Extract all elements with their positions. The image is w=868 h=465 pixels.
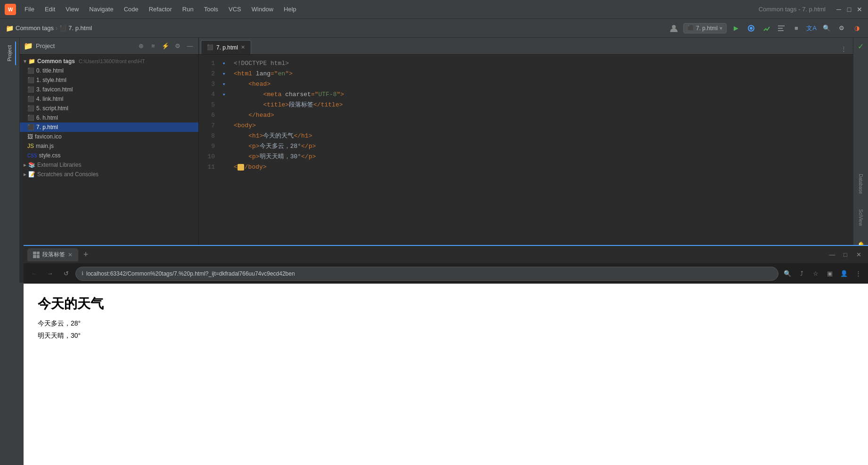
profile-button[interactable] bbox=[776, 23, 787, 34]
menu-vcs[interactable]: VCS bbox=[224, 4, 246, 15]
settings-gear-button[interactable]: ⚙ bbox=[173, 41, 182, 51]
coverage-button[interactable] bbox=[761, 23, 772, 34]
menu-tools[interactable]: Tools bbox=[199, 4, 223, 15]
html-file-icon: ⬛ bbox=[27, 96, 34, 102]
tree-item-6-h[interactable]: ⬛ 6. h.html bbox=[20, 113, 198, 122]
expand-settings-button[interactable]: ⚡ bbox=[161, 41, 170, 51]
root-folder-name: Common tags bbox=[37, 58, 75, 65]
minimize-button[interactable]: ─ bbox=[835, 6, 843, 13]
tab-close-button[interactable]: ✕ bbox=[241, 44, 245, 50]
browser-maximize-button[interactable]: □ bbox=[840, 249, 851, 261]
url-bar[interactable]: ℹ localhost:63342/Common%20tags/7.%20p.h… bbox=[75, 267, 778, 281]
html-file-icon: ⬛ bbox=[27, 105, 34, 112]
maximize-button[interactable]: □ bbox=[845, 6, 853, 13]
folder-icon: 📁 bbox=[6, 24, 14, 32]
browser-tab-label: 段落标签 bbox=[42, 251, 65, 259]
file-name: 7. p.html bbox=[36, 124, 58, 131]
reload-button[interactable]: ↺ bbox=[59, 267, 73, 280]
tree-item-1-style[interactable]: ⬛ 1. style.html bbox=[20, 75, 198, 85]
js-file-icon: JS bbox=[27, 143, 34, 149]
page-paragraph-2: 明天天晴，30° bbox=[38, 332, 854, 340]
browser-content: 今天的天气 今天多云，28° 明天天晴，30° bbox=[24, 284, 868, 465]
menu-navigate[interactable]: Navigate bbox=[84, 4, 118, 15]
tree-external-libraries[interactable]: ▸ 📚 External Libraries bbox=[20, 160, 198, 170]
breadcrumb-file[interactable]: 7. p.html bbox=[68, 24, 92, 32]
layout-button[interactable]: ▣ bbox=[824, 268, 836, 280]
sidebar-tab-project[interactable]: Project bbox=[4, 41, 16, 65]
more-nav-button[interactable]: ⋮ bbox=[852, 268, 864, 280]
color-scheme-button[interactable]: ◑ bbox=[851, 23, 862, 34]
menu-code[interactable]: Code bbox=[119, 4, 143, 15]
debug-button[interactable] bbox=[745, 23, 757, 34]
menu-run[interactable]: Run bbox=[178, 4, 198, 15]
tree-item-style-css[interactable]: CSS style.css bbox=[20, 151, 198, 160]
run-button[interactable]: ▶ bbox=[730, 23, 742, 34]
file-panel-header: 📁 Project ⊕ ≡ ⚡ ⚙ — bbox=[20, 38, 198, 55]
chevron-right-icon: ▸ bbox=[24, 171, 26, 178]
breadcrumb: 📁 Common tags › ⬛ 7. p.html bbox=[6, 24, 92, 32]
browser-close-button[interactable]: ✕ bbox=[853, 249, 864, 261]
code-editor[interactable]: <!DOCTYPE html> <html lang="en"> <head> … bbox=[230, 58, 853, 172]
forward-button[interactable]: → bbox=[43, 267, 57, 280]
add-file-button[interactable]: ⊕ bbox=[136, 41, 146, 51]
sciview-label[interactable]: SciView bbox=[858, 206, 863, 228]
menu-help[interactable]: Help bbox=[279, 4, 301, 15]
svg-text:W: W bbox=[8, 7, 13, 12]
grid-cell-4 bbox=[37, 255, 40, 258]
sidebar-strip: Project bbox=[0, 38, 20, 283]
fold-gutter: ▾ ▾ ▾ ▾ bbox=[222, 58, 230, 172]
menu-refactor[interactable]: Refactor bbox=[144, 4, 177, 15]
new-tab-button[interactable]: + bbox=[80, 249, 91, 261]
search-button[interactable]: 🔍 bbox=[821, 23, 832, 34]
page-paragraph-1: 今天多云，28° bbox=[38, 319, 854, 328]
menu-edit[interactable]: Edit bbox=[40, 4, 60, 15]
grid-cell-1 bbox=[33, 252, 36, 255]
external-libraries-label: External Libraries bbox=[37, 162, 81, 168]
share-button[interactable]: ⤴ bbox=[795, 268, 808, 280]
back-button[interactable]: ← bbox=[27, 267, 41, 280]
browser-tab-active[interactable]: 段落标签 ✕ bbox=[27, 248, 78, 261]
settings-button[interactable]: ⚙ bbox=[836, 23, 847, 34]
menu-window[interactable]: Window bbox=[247, 4, 278, 15]
database-label[interactable]: Database bbox=[858, 171, 863, 197]
code-container: 1 2 3 4 5 6 7 8 9 10 11 bbox=[199, 55, 853, 176]
run-config-selector[interactable]: ⬛ 7. p.html ▾ bbox=[683, 23, 727, 33]
scratches-label: Scratches and Consoles bbox=[37, 171, 98, 178]
tree-item-0-title[interactable]: ⬛ 0. title.html bbox=[20, 66, 198, 75]
search-page-button[interactable]: 🔍 bbox=[781, 268, 794, 280]
bookmark-button[interactable]: ☆ bbox=[810, 268, 822, 280]
menu-view[interactable]: View bbox=[61, 4, 83, 15]
stop-button[interactable]: ■ bbox=[791, 23, 802, 34]
grid-cell-2 bbox=[37, 252, 40, 255]
secure-icon: ℹ bbox=[82, 270, 83, 277]
translate-button[interactable]: 文A bbox=[806, 23, 817, 34]
run-config-chevron: ▾ bbox=[720, 25, 722, 32]
tree-item-5-script[interactable]: ⬛ 5. script.html bbox=[20, 104, 198, 113]
account-button[interactable] bbox=[668, 23, 680, 34]
browser-tab-close[interactable]: ✕ bbox=[68, 252, 73, 258]
svg-point-2 bbox=[672, 25, 676, 29]
more-tabs-button[interactable]: ⋮ bbox=[838, 43, 849, 54]
svg-rect-6 bbox=[778, 28, 783, 29]
tree-root-folder[interactable]: ▾ 📁 Common tags C:\Users\13600\front end… bbox=[20, 57, 198, 66]
run-config-label: 7. p.html bbox=[696, 25, 718, 32]
breadcrumb-separator: › bbox=[56, 24, 57, 32]
browser-minimize-button[interactable]: — bbox=[827, 249, 838, 261]
tree-item-3-favicon[interactable]: ⬛ 3. favicon.html bbox=[20, 85, 198, 94]
tree-scratches-consoles[interactable]: ▸ 📝 Scratches and Consoles bbox=[20, 170, 198, 179]
tree-item-favicon-ico[interactable]: 🖼 favicon.ico bbox=[20, 132, 198, 141]
page-heading: 今天的天气 bbox=[38, 295, 854, 313]
tree-item-4-link[interactable]: ⬛ 4. link.html bbox=[20, 94, 198, 104]
breadcrumb-project[interactable]: Common tags bbox=[16, 24, 54, 32]
hide-panel-button[interactable]: — bbox=[185, 41, 195, 51]
browser-nav-right: 🔍 ⤴ ☆ ▣ 👤 ⋮ bbox=[781, 268, 864, 280]
browser-tab-bar: 段落标签 ✕ + — □ ✕ bbox=[24, 246, 868, 264]
menu-file[interactable]: File bbox=[20, 4, 39, 15]
editor-tab-p-html[interactable]: ⬛ 7. p.html ✕ bbox=[201, 40, 251, 54]
tree-item-7-p[interactable]: ⬛ 7. p.html bbox=[20, 122, 198, 132]
tree-item-main-js[interactable]: JS main.js bbox=[20, 141, 198, 151]
file-name: 3. favicon.html bbox=[36, 86, 73, 93]
close-button[interactable]: ✕ bbox=[856, 6, 863, 13]
profile-nav-button[interactable]: 👤 bbox=[838, 268, 850, 280]
collapse-all-button[interactable]: ≡ bbox=[148, 41, 158, 51]
